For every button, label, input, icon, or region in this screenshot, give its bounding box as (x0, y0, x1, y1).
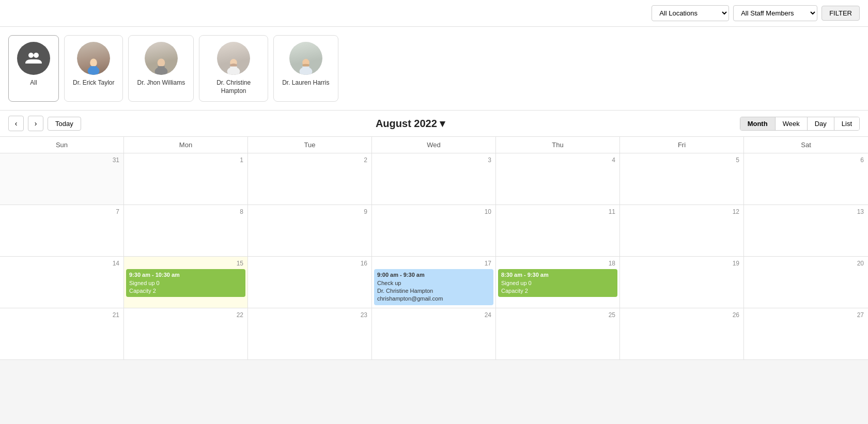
cal-cell-13[interactable]: 13 (744, 205, 868, 257)
today-button[interactable]: Today (48, 117, 81, 131)
cal-cell-11[interactable]: 11 (496, 205, 620, 257)
cal-cell-2[interactable]: 2 (248, 153, 372, 205)
cal-cell-16[interactable]: 16 (248, 257, 372, 308)
cal-cell-26[interactable]: 26 (620, 308, 744, 360)
next-button[interactable]: › (28, 116, 43, 131)
calendar-title[interactable]: August 2022 ▾ (85, 117, 736, 130)
svg-rect-7 (158, 66, 165, 70)
view-buttons: Month Week Day List (740, 117, 860, 131)
svg-rect-10 (230, 67, 237, 70)
cal-cell-17[interactable]: 17 9:00 am - 9:30 am Check up Dr. Christ… (372, 257, 496, 308)
view-week[interactable]: Week (776, 117, 808, 130)
cal-cell-10[interactable]: 10 (372, 205, 496, 257)
staff-card-erick[interactable]: Dr. Erick Taylor (64, 35, 123, 102)
header-fri: Fri (620, 137, 744, 153)
staff-card-christine[interactable]: Dr. Christine Hampton (199, 35, 268, 102)
header-tue: Tue (248, 137, 372, 153)
cal-cell-3[interactable]: 3 (372, 153, 496, 205)
all-staff-icon (17, 42, 50, 75)
cal-cell-1[interactable]: 1 (124, 153, 248, 205)
calendar-grid: Sun Mon Tue Wed Thu Fri Sat 31 1 2 3 4 5… (0, 137, 868, 360)
cal-cell-9[interactable]: 9 (248, 205, 372, 257)
cal-cell-24[interactable]: 24 (372, 308, 496, 360)
staff-card-all[interactable]: All (8, 35, 59, 102)
header-sun: Sun (0, 137, 124, 153)
event-17-blue[interactable]: 9:00 am - 9:30 am Check up Dr. Christine… (374, 269, 493, 305)
svg-rect-13 (302, 67, 309, 70)
jhon-name: Dr. Jhon Williams (137, 79, 185, 87)
header-mon: Mon (124, 137, 248, 153)
cal-cell-25[interactable]: 25 (496, 308, 620, 360)
cal-cell-15[interactable]: 15 9:30 am - 10:30 am Signed up 0 Capaci… (124, 257, 248, 308)
cal-cell-21[interactable]: 21 (0, 308, 124, 360)
view-month[interactable]: Month (740, 117, 776, 130)
view-list[interactable]: List (834, 117, 859, 130)
jhon-avatar (145, 42, 178, 75)
erick-avatar (77, 42, 110, 75)
prev-button[interactable]: ‹ (8, 116, 24, 131)
cal-cell-31[interactable]: 31 (0, 153, 124, 205)
cal-cell-27[interactable]: 27 (744, 308, 868, 360)
cal-cell-5[interactable]: 5 (620, 153, 744, 205)
event-18-green[interactable]: 8:30 am - 9:30 am Signed up 0 Capacity 2 (498, 269, 617, 297)
header-sat: Sat (744, 137, 868, 153)
staff-card-lauren[interactable]: Dr. Lauren Harris (273, 35, 338, 102)
cal-cell-14[interactable]: 14 (0, 257, 124, 308)
header-wed: Wed (372, 137, 496, 153)
svg-rect-4 (90, 66, 97, 70)
filter-button[interactable]: FILTER (822, 6, 860, 21)
lauren-avatar (289, 42, 322, 75)
cal-cell-20[interactable]: 20 (744, 257, 868, 308)
erick-name: Dr. Erick Taylor (73, 79, 114, 87)
cal-cell-23[interactable]: 23 (248, 308, 372, 360)
top-bar: All Locations All Staff Members FILTER (0, 0, 868, 27)
calendar-controls: ‹ › Today August 2022 ▾ Month Week Day L… (0, 111, 868, 137)
cal-cell-8[interactable]: 8 (124, 205, 248, 257)
christine-avatar (217, 42, 250, 75)
calendar-header: Sun Mon Tue Wed Thu Fri Sat (0, 137, 868, 153)
staff-card-jhon[interactable]: Dr. Jhon Williams (128, 35, 194, 102)
cal-cell-6[interactable]: 6 (744, 153, 868, 205)
cal-cell-18[interactable]: 18 8:30 am - 9:30 am Signed up 0 Capacit… (496, 257, 620, 308)
header-thu: Thu (496, 137, 620, 153)
cal-cell-22[interactable]: 22 (124, 308, 248, 360)
svg-point-0 (28, 53, 34, 58)
all-staff-label: All (30, 79, 37, 87)
christine-name: Dr. Christine Hampton (208, 79, 259, 95)
cal-cell-19[interactable]: 19 (620, 257, 744, 308)
staff-select[interactable]: All Staff Members (733, 5, 817, 21)
calendar-dropdown-arrow: ▾ (440, 118, 445, 129)
cal-cell-7[interactable]: 7 (0, 205, 124, 257)
view-day[interactable]: Day (808, 117, 834, 130)
lauren-name: Dr. Lauren Harris (282, 79, 329, 87)
svg-point-1 (34, 53, 39, 58)
locations-select[interactable]: All Locations (652, 5, 729, 21)
event-15-green[interactable]: 9:30 am - 10:30 am Signed up 0 Capacity … (126, 269, 245, 297)
cal-cell-4[interactable]: 4 (496, 153, 620, 205)
calendar-body: 31 1 2 3 4 5 6 7 8 9 10 (0, 153, 868, 360)
svg-point-2 (90, 59, 97, 67)
svg-point-5 (158, 59, 165, 67)
staff-row: All Dr. Erick Taylor Dr. Jho (0, 27, 868, 111)
cal-cell-12[interactable]: 12 (620, 205, 744, 257)
